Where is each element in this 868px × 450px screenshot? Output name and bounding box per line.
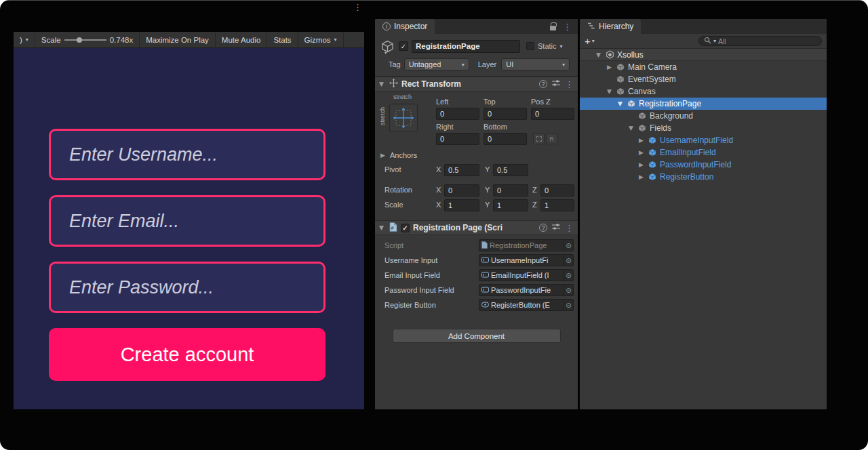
rotation-y-field[interactable]: 0 <box>493 184 528 197</box>
foldout-closed-icon[interactable]: ▶ <box>639 173 648 180</box>
cube-icon <box>638 124 650 132</box>
gizmos-dropdown[interactable]: Gizmos ▾ <box>298 32 344 47</box>
username-input[interactable]: Enter Username... <box>49 129 326 180</box>
username-input-object-field[interactable]: UsernameInputFi ⊙ <box>479 254 574 266</box>
email-input[interactable]: Enter Email... <box>49 195 326 247</box>
context-menu-icon[interactable]: ⋮ <box>565 224 574 232</box>
create-object-button[interactable]: + ▾ <box>585 36 595 46</box>
script-object-field[interactable]: RegistrationPage ⊙ <box>479 239 574 251</box>
foldout-open-icon[interactable]: ▼ <box>629 125 638 131</box>
foldout-closed-icon[interactable]: ▶ <box>639 149 648 156</box>
email-input-object-field[interactable]: EmailInputField (I ⊙ <box>479 269 574 281</box>
object-picker-icon[interactable]: ⊙ <box>564 240 573 251</box>
pivot-y-field[interactable]: 0.5 <box>493 164 528 176</box>
blueprint-mode-button[interactable] <box>533 134 545 144</box>
hierarchy-row-usernameinputfield[interactable]: ▶ UsernameInputField <box>580 134 827 146</box>
display-dropdown[interactable]: ) ▾ <box>14 32 35 47</box>
hierarchy-row-main-camera[interactable]: ▶ Main Camera <box>580 61 827 73</box>
anchors-foldout[interactable]: ▶ Anchors <box>380 151 417 159</box>
component-enabled-checkbox[interactable]: ✓ <box>401 224 410 232</box>
object-value: RegistrationPage <box>490 241 561 249</box>
pivot-x-field[interactable]: 0.5 <box>444 164 479 176</box>
object-picker-icon[interactable]: ⊙ <box>564 270 573 281</box>
presets-icon[interactable] <box>552 79 560 89</box>
game-tab-menu-icon[interactable]: ⋮ <box>353 3 362 12</box>
object-picker-icon[interactable]: ⊙ <box>564 300 573 310</box>
foldout-open-icon[interactable]: ▼ <box>596 52 606 58</box>
script-component-header[interactable]: ▼ # ✓ Registration Page (Scri ? ⋮ <box>375 220 578 235</box>
hierarchy-row-fields[interactable]: ▼ Fields <box>580 122 827 134</box>
game-view-panel: ) ▾ Scale 0.748x Maximize On Play Mute A… <box>14 32 364 409</box>
inspector-tab-actions: ⋮ <box>550 19 578 34</box>
password-input[interactable]: Enter Password... <box>49 262 326 313</box>
scale-slider[interactable] <box>64 37 106 43</box>
raw-edit-mode-button[interactable]: R <box>546 134 557 144</box>
hierarchy-row-emailinputfield[interactable]: ▶ EmailInputField <box>580 146 827 159</box>
anchor-presets-button[interactable] <box>389 104 418 132</box>
name-field[interactable]: RegistrationPage <box>412 40 520 53</box>
help-icon[interactable]: ? <box>539 80 547 88</box>
top-field[interactable]: 0 <box>484 108 527 120</box>
right-field[interactable]: 0 <box>436 133 479 145</box>
foldout-open-icon[interactable]: ▼ <box>607 88 616 95</box>
password-placeholder: Enter Password... <box>69 277 214 298</box>
right-label: Right <box>436 123 454 131</box>
tab-inspector[interactable]: i Inspector <box>375 19 435 34</box>
hierarchy-row-canvas[interactable]: ▼ Canvas <box>580 85 827 98</box>
maximize-on-play-button[interactable]: Maximize On Play <box>140 32 216 47</box>
foldout-closed-icon[interactable]: ▶ <box>639 137 648 144</box>
gameobject-cube-icon[interactable]: ▾ <box>379 38 395 54</box>
create-account-button[interactable]: Create account <box>49 328 326 381</box>
foldout-open-icon[interactable]: ▼ <box>379 81 386 87</box>
help-icon[interactable]: ? <box>539 224 547 232</box>
hierarchy-row-passwordinputfield[interactable]: ▶ PasswordInputField <box>580 159 827 171</box>
script-property-row: Script RegistrationPage ⊙ <box>384 239 574 251</box>
hierarchy-search-input[interactable]: ▾ All <box>698 36 822 46</box>
register-button-object-field[interactable]: RegisterButton (E ⊙ <box>479 299 574 311</box>
foldout-closed-icon[interactable]: ▶ <box>607 64 616 70</box>
posz-field[interactable]: 0 <box>531 108 574 120</box>
rect-transform-header[interactable]: ▼ Rect Transform ? ⋮ <box>375 77 578 91</box>
anchors-label: Anchors <box>390 151 417 159</box>
mute-audio-button[interactable]: Mute Audio <box>216 32 268 47</box>
hierarchy-row-registrationpage[interactable]: ▼ RegistrationPage <box>580 98 827 110</box>
game-render-area: Enter Username... Enter Email... Enter P… <box>14 48 364 409</box>
active-checkbox[interactable]: ✓ <box>399 41 408 51</box>
scale-slider-thumb[interactable] <box>77 37 82 43</box>
tab-hierarchy[interactable]: Hierarchy <box>580 19 641 34</box>
hierarchy-row-scene-xsollus[interactable]: ▼ Xsollus <box>580 49 827 61</box>
object-picker-icon[interactable]: ⊙ <box>564 285 573 295</box>
rotation-x-field[interactable]: 0 <box>444 184 479 197</box>
plus-icon: + <box>585 36 591 46</box>
left-field[interactable]: 0 <box>436 108 479 120</box>
foldout-open-icon[interactable]: ▼ <box>618 100 627 107</box>
tag-dropdown[interactable]: Untagged ▾ <box>404 58 469 70</box>
object-picker-icon[interactable]: ⊙ <box>564 255 573 266</box>
hierarchy-row-eventsystem[interactable]: EventSystem <box>580 73 827 85</box>
property-label: Email Input Field <box>384 271 479 279</box>
foldout-closed-icon[interactable]: ▶ <box>639 161 648 168</box>
scale-y-field[interactable]: 1 <box>493 199 528 211</box>
password-input-property-row: Password Input Field PasswordInputFie ⊙ <box>384 284 574 296</box>
static-checkbox[interactable] <box>526 42 534 50</box>
scale-z-field[interactable]: 1 <box>540 199 574 211</box>
lock-icon[interactable] <box>550 26 556 30</box>
foldout-open-icon[interactable]: ▼ <box>379 224 386 231</box>
presets-icon[interactable] <box>552 223 560 232</box>
context-menu-icon[interactable]: ⋮ <box>565 80 574 89</box>
axis-y-label: Y <box>485 201 490 209</box>
tab-inspector-label: Inspector <box>394 22 427 31</box>
pivot-label: Pivot <box>384 165 401 173</box>
hierarchy-row-background[interactable]: Background <box>580 110 827 122</box>
hierarchy-row-registerbutton[interactable]: ▶ RegisterButton <box>580 171 827 183</box>
search-filter-dropdown-icon[interactable]: ▾ <box>713 38 716 44</box>
layer-dropdown[interactable]: UI ▾ <box>501 58 570 70</box>
scale-x-field[interactable]: 1 <box>444 199 479 211</box>
password-input-object-field[interactable]: PasswordInputFie ⊙ <box>479 284 574 296</box>
bottom-field[interactable]: 0 <box>484 133 527 145</box>
inspector-menu-icon[interactable]: ⋮ <box>563 22 572 31</box>
stats-button[interactable]: Stats <box>267 32 298 47</box>
add-component-button[interactable]: Add Component <box>393 329 561 343</box>
rotation-z-field[interactable]: 0 <box>540 184 574 197</box>
static-dropdown-icon[interactable]: ▾ <box>560 43 563 49</box>
